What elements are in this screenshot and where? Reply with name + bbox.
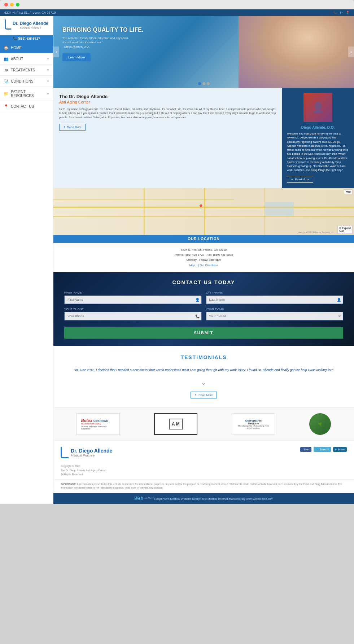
map-label: Map bbox=[344, 189, 353, 194]
location-details: 6234 N. First St., Fresno, CA 93710 Phon… bbox=[53, 243, 354, 273]
map-expand-button[interactable]: ⊞ ExpandMap bbox=[337, 226, 353, 233]
contact-title: CONTACT US TODAY bbox=[64, 279, 343, 285]
sidebar-phone[interactable]: 📞 (559) 435-5727 bbox=[0, 35, 53, 42]
hero-prev-button[interactable]: ‹ bbox=[53, 47, 59, 57]
submit-button[interactable]: SUBMIT bbox=[64, 327, 343, 339]
testimonial-quote: "In June 2012, I decided that I needed a… bbox=[68, 367, 340, 373]
nav-conditions[interactable]: 🩺 CONDITIONS ▼ bbox=[0, 76, 53, 87]
hero-dot-1[interactable] bbox=[198, 82, 201, 85]
facebook-button[interactable]: f Like bbox=[300, 447, 311, 452]
browser-dots bbox=[4, 3, 350, 9]
testimonial-arrow-down[interactable]: ⌄ bbox=[68, 379, 340, 387]
map-road-v2 bbox=[144, 188, 145, 235]
nav-patient-resources[interactable]: 📁 PATIENTRESOURCES ▼ bbox=[0, 87, 53, 101]
top-bar-icons: 📞 ⟨⟩ 📍 bbox=[333, 11, 350, 14]
doctor-name: Diego Allende, D.O. bbox=[287, 125, 349, 130]
last-name-wrapper: 👤 bbox=[206, 295, 344, 304]
nav-home-label: HOME bbox=[11, 46, 22, 50]
map-section: 📍 Map data ©2013 Google Terms of U Map ⊞… bbox=[53, 188, 354, 235]
patient-resources-icon: 📁 bbox=[4, 91, 9, 96]
map-road-v1 bbox=[204, 188, 205, 235]
partners-section: Botox Cosmetic onabotulinum toxinA There… bbox=[53, 407, 354, 441]
hero-dot-2[interactable] bbox=[202, 82, 205, 85]
fax-label: Fax: bbox=[207, 253, 213, 256]
anti-aging-read-more-button[interactable]: ✦ Read More bbox=[59, 124, 86, 131]
footer-disclaimer: IMPORTANT! All information presented in … bbox=[53, 479, 354, 493]
sidebar: Dr. Diego Allende Medical Practice 📞 (55… bbox=[0, 16, 53, 504]
location-hours: Monday - Friday: 8am-5pm bbox=[58, 257, 350, 263]
hero-learn-more-button[interactable]: Learn More bbox=[62, 53, 91, 61]
nav-contact[interactable]: 📍 CONTACT US bbox=[0, 101, 53, 112]
get-directions-link[interactable]: Get Directions bbox=[200, 264, 218, 267]
conditions-icon: 🩺 bbox=[4, 79, 9, 84]
tw-count: 3 bbox=[327, 448, 329, 451]
hero-image-inner bbox=[239, 16, 354, 88]
footer-logo-name: Dr. Diego Allende bbox=[71, 448, 112, 454]
contact-icon: 📍 bbox=[4, 104, 9, 109]
footer-social: f Like 🐦 Tweet 3 in Share bbox=[300, 447, 347, 452]
footer-logo-icon bbox=[61, 447, 69, 458]
map-attribution: Map data ©2013 Google Terms of U bbox=[298, 231, 332, 233]
twitter-button[interactable]: 🐦 Tweet 3 bbox=[314, 447, 331, 452]
close-dot[interactable] bbox=[4, 3, 8, 6]
anti-aging-subheading: Anti Aging Center bbox=[59, 100, 276, 104]
hero-next-button[interactable]: › bbox=[348, 47, 354, 57]
all-rights: All Rights Reserved. bbox=[61, 472, 347, 476]
nav-about[interactable]: 👥 ABOUT ▼ bbox=[0, 53, 53, 65]
location-icon: 📍 bbox=[346, 11, 350, 14]
phone-input[interactable] bbox=[64, 312, 202, 321]
doctor-bio-read-more-button[interactable]: ✦ Read More bbox=[287, 176, 313, 183]
anti-aging-text: Hello, my name is Diego Allende. I'm a h… bbox=[59, 107, 276, 119]
email-input-icon: ✉ bbox=[338, 314, 341, 318]
testimonials-section: TESTIMONIALS "In June 2012, I decided th… bbox=[53, 346, 354, 407]
phone-label: Phone: bbox=[175, 253, 184, 256]
top-bar-address: 6234 N. First St., Fresno, CA 93710 bbox=[4, 11, 56, 14]
footer-logo-area: Dr. Diego Allende Medical Practice bbox=[61, 447, 112, 458]
conditions-arrow: ▼ bbox=[47, 80, 49, 83]
last-name-input[interactable] bbox=[206, 295, 344, 304]
first-name-wrapper: 👤 bbox=[64, 295, 202, 304]
location-title: OUR LOCATION bbox=[188, 237, 219, 241]
map-it-link[interactable]: Map It bbox=[189, 264, 197, 267]
partner-green-cert: 🌿 bbox=[309, 413, 331, 435]
nav-treatments[interactable]: ⊕ TREATMENTS ▼ bbox=[0, 65, 53, 76]
home-icon: 🏠 bbox=[4, 45, 9, 50]
browser-chrome bbox=[0, 0, 354, 9]
nav-patient-resources-label: PATIENTRESOURCES bbox=[11, 90, 34, 98]
fb-icon: f bbox=[302, 448, 303, 451]
doctor-bio-section: 👤 Diego Allende, D.O. Welcome and thank … bbox=[282, 88, 354, 188]
email-label: YOUR E-MAIL: bbox=[206, 308, 344, 311]
partner-am-med: A M bbox=[154, 413, 197, 435]
treatments-icon: ⊕ bbox=[4, 67, 9, 72]
map-background: 📍 Map data ©2013 Google Terms of U bbox=[53, 188, 354, 235]
first-name-input[interactable] bbox=[64, 295, 202, 304]
form-last-name-group: LAST NAME: 👤 bbox=[206, 291, 344, 304]
location-links: Map It | Get Directions bbox=[58, 263, 350, 268]
patient-resources-arrow: ▼ bbox=[47, 92, 49, 96]
li-share-label: Share bbox=[338, 448, 345, 451]
minimize-dot[interactable] bbox=[10, 3, 14, 6]
doctor-photo-placeholder: 👤 bbox=[303, 93, 332, 122]
partner-osteo: Osteopathic Medicine The discipline of l… bbox=[232, 413, 275, 435]
location-address: 6234 N. First St., Fresno, CA 93710 bbox=[58, 247, 350, 252]
linkedin-button[interactable]: in Share bbox=[333, 447, 347, 452]
last-name-icon: 👤 bbox=[337, 298, 341, 302]
testimonials-read-more-button[interactable]: ✦ Read More bbox=[191, 392, 217, 398]
email-input[interactable] bbox=[206, 312, 344, 321]
nav-home[interactable]: 🏠 HOME bbox=[0, 42, 53, 53]
disclaimer-label: IMPORTANT! bbox=[61, 483, 76, 485]
maximize-dot[interactable] bbox=[16, 3, 19, 6]
form-email-group: YOUR E-MAIL: ✉ bbox=[206, 308, 344, 321]
share-icon: ⟨⟩ bbox=[340, 11, 343, 14]
testimonials-title: TESTIMONIALS bbox=[68, 354, 340, 360]
hero-dot-3[interactable] bbox=[207, 82, 210, 85]
footer-webmed: Web to Med Responsive Medical Website De… bbox=[53, 493, 354, 504]
disclaimer-text: All information presented in this websit… bbox=[61, 483, 342, 489]
map-water bbox=[265, 202, 294, 216]
map-road-v3 bbox=[264, 188, 265, 235]
first-name-label: FIRST NAME: bbox=[64, 291, 202, 294]
hero-image bbox=[239, 16, 354, 88]
testimonials-read-more-label: Read More bbox=[198, 393, 213, 397]
partner-botox: Botox Cosmetic onabotulinum toxinA There… bbox=[77, 413, 120, 435]
green-cert-inner: 🌿 bbox=[314, 414, 327, 434]
